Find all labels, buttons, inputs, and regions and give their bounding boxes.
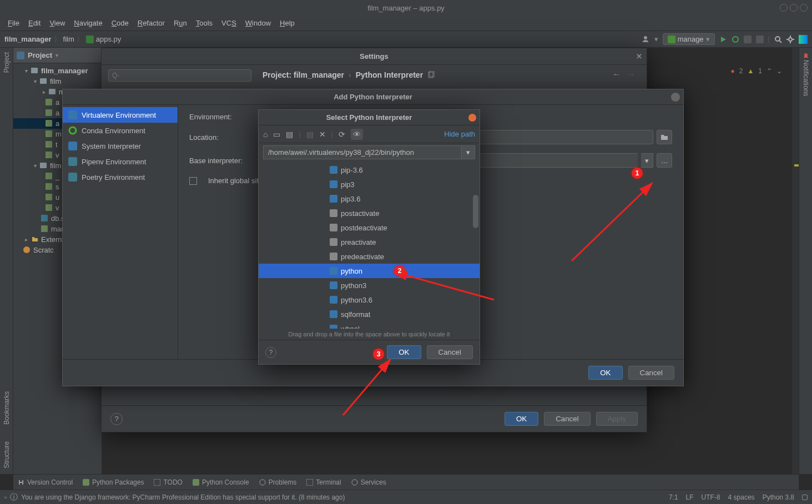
tree-film-dir[interactable]: ▾film <box>13 76 102 87</box>
file-item-python[interactable]: python <box>259 264 480 278</box>
project-folder-icon[interactable]: ▤ <box>286 130 293 139</box>
tab-terminal[interactable]: Terminal <box>306 478 341 486</box>
tab-problems[interactable]: Problems <box>259 478 297 486</box>
base-interpreter-browse-button[interactable]: … <box>657 153 672 168</box>
path-input[interactable] <box>263 145 462 159</box>
file-item-postdeactivate[interactable]: postdeactivate <box>259 220 480 235</box>
tab-todo[interactable]: TODO <box>154 478 182 486</box>
help-button[interactable]: ? <box>110 413 123 425</box>
indent-info[interactable]: 4 spaces <box>728 493 755 501</box>
file-item-python3[interactable]: python3 <box>259 278 480 293</box>
minimize-button[interactable] <box>780 4 788 12</box>
gutter-project[interactable]: Project <box>3 52 11 73</box>
close-window-button[interactable] <box>800 4 808 12</box>
menu-tools[interactable]: Tools <box>193 18 216 28</box>
line-ending[interactable]: LF <box>686 493 694 501</box>
base-interpreter-dropdown[interactable]: ▾ <box>641 153 653 168</box>
settings-ok-button[interactable]: OK <box>505 412 538 426</box>
menu-edit[interactable]: Edit <box>25 18 44 28</box>
jetbrains-icon[interactable] <box>799 35 808 44</box>
debug-icon[interactable] <box>732 36 739 43</box>
settings-search-input[interactable] <box>108 69 251 82</box>
menu-help[interactable]: Help <box>276 18 298 28</box>
status-window-icon[interactable]: ▫ <box>4 493 7 501</box>
close-icon[interactable]: ✕ <box>636 52 642 61</box>
desktop-icon[interactable]: ▭ <box>273 130 280 139</box>
lock-icon[interactable] <box>802 495 808 500</box>
status-message[interactable]: You are using the Django framework: PyCh… <box>21 493 345 501</box>
show-hidden-icon[interactable]: 👁 <box>351 129 363 140</box>
hide-path-link[interactable]: Hide path <box>444 130 475 138</box>
chevron-down-icon[interactable]: ⌄ <box>776 67 782 75</box>
file-item-pip3[interactable]: pip3 <box>259 177 480 191</box>
back-arrow-icon[interactable]: ← <box>612 69 621 79</box>
coverage-icon[interactable] <box>744 36 752 43</box>
home-icon[interactable]: ⌂ <box>263 130 268 139</box>
poetry-option[interactable]: Poetry Environment <box>63 169 178 185</box>
cursor-position[interactable]: 7:1 <box>669 493 678 501</box>
inherit-checkbox[interactable] <box>189 177 197 185</box>
menu-view[interactable]: View <box>46 18 68 28</box>
conda-option[interactable]: Conda Environment <box>63 123 178 138</box>
menu-navigate[interactable]: Navigate <box>70 18 105 28</box>
menu-vcs[interactable]: VCS <box>218 18 240 28</box>
file-item-python3.6[interactable]: python3.6 <box>259 293 480 307</box>
encoding[interactable]: UTF-8 <box>702 493 720 501</box>
close-icon[interactable] <box>671 93 680 102</box>
tab-version-control[interactable]: Version Control <box>18 478 73 486</box>
scrollbar[interactable] <box>473 195 478 228</box>
status-info-icon[interactable]: ⓘ <box>10 492 18 502</box>
file-item-wheel[interactable]: wheel <box>259 321 480 329</box>
warning-marker[interactable] <box>794 164 799 167</box>
select-ok-button[interactable]: OK <box>387 345 421 359</box>
menu-refactor[interactable]: Refactor <box>134 18 168 28</box>
settings-cancel-button[interactable]: Cancel <box>544 412 591 426</box>
bell-icon[interactable] <box>802 52 810 60</box>
pipenv-option[interactable]: Pipenv Environment <box>63 154 178 169</box>
interpreter-info[interactable]: Python 3.8 <box>763 493 794 501</box>
file-item-preactivate[interactable]: preactivate <box>259 235 480 249</box>
file-item-predeactivate[interactable]: predeactivate <box>259 249 480 264</box>
search-everywhere-icon[interactable] <box>774 36 782 43</box>
run-config-dropdown[interactable]: manage ▾ <box>663 33 715 45</box>
location-browse-button[interactable] <box>657 130 672 144</box>
error-stripe[interactable] <box>792 48 799 474</box>
file-item-postactivate[interactable]: postactivate <box>259 206 480 220</box>
menu-code[interactable]: Code <box>108 18 132 28</box>
virtualenv-option[interactable]: Virtualenv Environment <box>63 107 178 123</box>
tab-python-packages[interactable]: Python Packages <box>83 478 144 486</box>
run-icon[interactable] <box>719 36 727 43</box>
add-interp-ok-button[interactable]: OK <box>588 366 622 380</box>
settings-icon[interactable] <box>786 36 794 43</box>
file-list[interactable]: pip-3.6pip3pip3.6postactivatepostdeactiv… <box>259 162 480 329</box>
help-button[interactable]: ? <box>265 347 276 358</box>
gutter-structure[interactable]: Structure <box>3 441 11 468</box>
path-history-dropdown[interactable]: ▾ <box>462 145 475 159</box>
tab-python-console[interactable]: Python Console <box>193 478 249 486</box>
profile-icon[interactable] <box>756 36 764 43</box>
file-item-sqlformat[interactable]: sqlformat <box>259 307 480 321</box>
user-icon[interactable] <box>641 35 650 44</box>
gutter-notifications[interactable]: Notifications <box>802 60 810 96</box>
add-interp-cancel-button[interactable]: Cancel <box>628 366 675 380</box>
file-item-pip-3.6[interactable]: pip-3.6 <box>259 163 480 177</box>
tab-services[interactable]: Services <box>351 478 386 486</box>
system-option[interactable]: System Interpreter <box>63 138 178 154</box>
tree-root[interactable]: ▾film_manager <box>13 65 102 76</box>
menu-window[interactable]: Window <box>242 18 274 28</box>
project-view-dropdown[interactable]: ▾ <box>56 52 58 58</box>
delete-icon[interactable]: ✕ <box>319 130 326 139</box>
breadcrumb-root[interactable]: film_manager <box>4 35 52 43</box>
close-icon[interactable] <box>468 114 476 122</box>
menu-run[interactable]: Run <box>170 18 190 28</box>
select-cancel-button[interactable]: Cancel <box>427 345 473 359</box>
breadcrumb-file[interactable]: apps.py <box>96 35 122 43</box>
refresh-icon[interactable]: ⟳ <box>339 130 345 139</box>
copy-icon[interactable] <box>427 71 435 79</box>
file-item-pip3.6[interactable]: pip3.6 <box>259 191 480 206</box>
inspection-widget[interactable]: ●2 ▲1 ⌃ ⌄ <box>730 67 782 75</box>
breadcrumb-mid[interactable]: film <box>63 35 74 43</box>
menu-file[interactable]: File <box>4 18 23 28</box>
maximize-button[interactable] <box>790 4 798 12</box>
chevron-up-icon[interactable]: ⌃ <box>766 67 772 75</box>
